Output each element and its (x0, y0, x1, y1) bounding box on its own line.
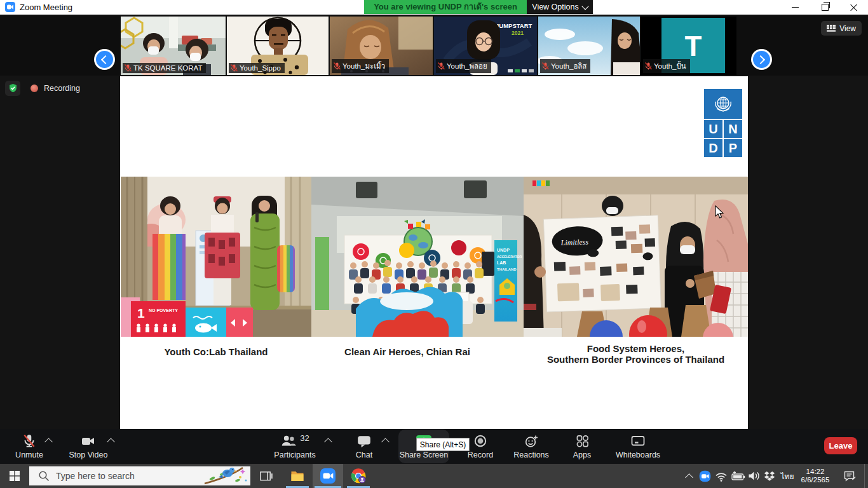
stop-video-label: Stop Video (69, 451, 108, 459)
accel-banner-line2: ACCELERATOR (497, 255, 522, 259)
zoom-meeting-window: Zoom Meeting You are viewing UNDP กาเด้'… (0, 0, 868, 488)
caption-food-system: Food System Heroes, Southern Border Prov… (524, 343, 748, 365)
window-title: Zoom Meeting (20, 3, 72, 12)
restore-button[interactable] (811, 0, 839, 15)
share-screen-label: Share Screen (400, 451, 448, 459)
mic-muted-icon (334, 62, 341, 70)
participant-name-badge: Youth_มะเมิ้ว (332, 59, 389, 73)
tray-zoom-icon[interactable] (696, 464, 713, 488)
reactions-button[interactable]: Reactions (507, 433, 555, 459)
video-camera-icon (80, 434, 97, 448)
accel-banner-line1: UNDP (497, 248, 510, 252)
share-tooltip: Share (Alt+S) (416, 438, 470, 451)
tray-hidden-icons-chevron[interactable] (681, 464, 696, 488)
participant-name: Youth_Sippo (240, 64, 281, 72)
search-placeholder: Type here to search (56, 471, 135, 481)
speaker-icon (748, 470, 760, 482)
participant-tile-youth-alice[interactable]: Youth_อลิส (538, 17, 640, 75)
chrome-taskbar-icon[interactable] (343, 464, 374, 488)
close-icon (850, 4, 858, 11)
participants-button[interactable]: 32 Participants (269, 433, 320, 459)
close-button[interactable] (840, 0, 868, 15)
whiteboards-button[interactable]: Whiteboards (609, 433, 667, 459)
participant-tile-youth-mameow[interactable]: Youth_มะเมิ้ว (330, 17, 433, 75)
reactions-smiley-icon (524, 434, 539, 448)
minimize-icon (792, 7, 799, 8)
caption-food-system-line2: Southern Border Provinces of Thailand (524, 354, 748, 365)
recording-dot-icon (31, 85, 38, 92)
participant-name: Youth_อลิส (551, 60, 587, 72)
view-options-button[interactable]: View Options (527, 0, 593, 14)
tray-wifi-icon[interactable] (713, 464, 729, 488)
participants-options-chevron[interactable] (324, 438, 332, 446)
tray-date: 6/6/2565 (801, 476, 830, 485)
mic-muted-icon (231, 64, 238, 72)
sdg1-label: NO POVERTY (149, 308, 178, 313)
participant-tile-youth-sippo[interactable]: Youth_Sippo (227, 17, 329, 75)
action-center-button[interactable] (840, 464, 859, 488)
view-layout-button[interactable]: View (821, 21, 862, 36)
zoom-taskbar-icon[interactable] (313, 464, 343, 488)
participant-name-badge: Youth_Sippo (229, 63, 285, 73)
photo-food-system-heroes: Limitless (524, 177, 748, 337)
undp-letter-p: P (724, 139, 742, 157)
photo-youth-colab-thailand: 1 NO POVERTY (121, 177, 311, 337)
stop-video-button[interactable]: Stop Video (65, 433, 112, 459)
caption-clean-air: Clean Air Heroes, Chian Rai (301, 346, 513, 357)
leave-button[interactable]: Leave (824, 437, 857, 454)
scroll-right-button[interactable] (753, 51, 770, 68)
participants-label: Participants (274, 451, 315, 459)
whiteboards-icon (630, 434, 646, 448)
sdg1-number: 1 (137, 306, 145, 320)
apps-button[interactable]: Apps (562, 433, 602, 459)
recording-indicator[interactable]: Recording (5, 81, 80, 96)
thumbnails-row: TK SQUARE KORAT (121, 17, 736, 75)
zoom-app-icon (5, 2, 15, 12)
tray-clock[interactable]: 14:22 6/6/2565 (796, 464, 835, 488)
chevron-down-icon (581, 3, 588, 10)
tray-time: 14:22 (806, 468, 825, 477)
recording-label: Recording (44, 84, 80, 93)
undp-letters: U N D P (704, 120, 742, 157)
chevron-up-icon (685, 473, 693, 482)
chevron-left-icon (101, 55, 110, 64)
start-button[interactable] (0, 464, 29, 488)
chat-label: Chat (356, 451, 372, 459)
chat-options-chevron[interactable] (381, 438, 390, 446)
tray-volume-icon[interactable] (745, 464, 763, 488)
participant-tile-tk-square-korat[interactable]: TK SQUARE KORAT (121, 17, 226, 75)
record-icon (473, 434, 487, 448)
mic-muted-icon (542, 62, 549, 70)
chat-button[interactable]: Chat (347, 433, 381, 459)
undp-letter-u: U (704, 120, 722, 138)
show-desktop-button[interactable] (864, 464, 868, 488)
reactions-label: Reactions (513, 451, 549, 459)
mouse-cursor (715, 205, 726, 219)
participant-name: TK SQUARE KORAT (133, 64, 202, 72)
mic-muted-icon (645, 62, 652, 70)
taskbar-search-input[interactable]: Type here to search (29, 466, 250, 485)
windows-logo-icon (10, 471, 20, 481)
dropbox-icon (764, 471, 775, 482)
photo-clean-air-heroes: UNDP ACCELERATOR LAB THAILAND (311, 177, 524, 337)
zoom-app-icon (699, 470, 711, 482)
minimize-button[interactable] (781, 0, 809, 15)
participant-tile-youth-pun[interactable]: T Youth_ปั้น (641, 17, 736, 75)
participant-tile-youth-ploy[interactable]: JUMPSTART 2021 Youth_พลอย (434, 17, 537, 75)
apps-label: Apps (573, 451, 592, 459)
jumpstart-year-text: 2021 (512, 30, 524, 36)
zoom-app-icon (320, 468, 336, 484)
file-explorer-taskbar-icon[interactable] (282, 464, 313, 488)
restore-icon (822, 4, 829, 11)
participant-name-badge: TK SQUARE KORAT (123, 63, 206, 73)
task-view-button[interactable] (252, 464, 281, 488)
scroll-left-button[interactable] (96, 51, 113, 68)
avatar-letter: T (685, 30, 702, 62)
unmute-button[interactable]: Unmute (9, 433, 50, 459)
tray-dropbox-icon[interactable] (761, 464, 778, 488)
tray-language-indicator[interactable]: ไทย (778, 464, 797, 488)
security-shield-icon[interactable] (5, 81, 20, 96)
video-thumbnail-strip: TK SQUARE KORAT (0, 15, 868, 76)
battery-charging-icon (731, 470, 745, 482)
apps-icon (575, 434, 590, 448)
